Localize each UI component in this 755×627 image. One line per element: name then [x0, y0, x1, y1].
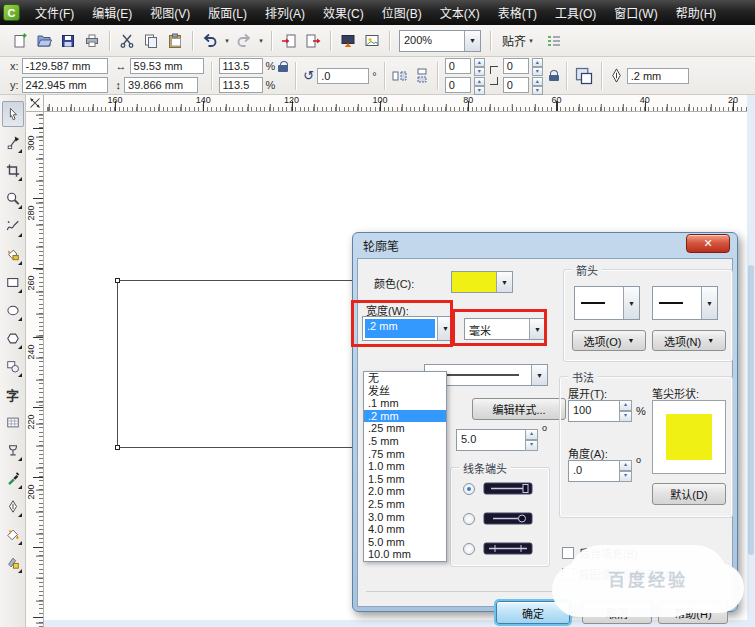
outline-width-combo[interactable]: .2 mm ▼: [362, 316, 454, 341]
miter-spinner[interactable]: ▴▾: [525, 429, 538, 451]
options-n-button[interactable]: 选项(N)▼: [652, 330, 726, 351]
ok-button[interactable]: 确定: [496, 601, 570, 624]
object-height-field[interactable]: 39.866 mm: [124, 77, 198, 93]
scale-lock-icon[interactable]: [278, 61, 288, 72]
default-button[interactable]: 默认(D): [652, 483, 726, 505]
save-button[interactable]: [56, 29, 80, 53]
copy-button[interactable]: [139, 29, 163, 53]
corner-3-spinner[interactable]: ▴▾: [474, 77, 485, 93]
cap-butt-radio[interactable]: [463, 483, 475, 495]
unit-dropdown-arrow-icon[interactable]: ▼: [529, 319, 545, 339]
start-arrowhead-combo[interactable]: ▼: [574, 286, 640, 320]
object-width-field[interactable]: 59.53 mm: [130, 58, 204, 74]
end-arrow-dropdown-icon[interactable]: ▼: [701, 287, 717, 319]
tool-basic-shapes[interactable]: [2, 353, 24, 379]
dropdown-caret-icon[interactable]: ▾: [222, 37, 232, 45]
tool-zoom[interactable]: [2, 185, 24, 211]
menu-item[interactable]: 工具(O): [546, 0, 605, 25]
menu-item[interactable]: 文本(X): [431, 0, 489, 25]
corner-2-field[interactable]: 0: [503, 58, 529, 74]
outline-width-field[interactable]: .2 mm: [627, 68, 689, 84]
vertical-scrollbar[interactable]: [747, 95, 755, 627]
menu-item[interactable]: 视图(V): [141, 0, 199, 25]
undo-button[interactable]: [198, 29, 222, 53]
redo-button[interactable]: [232, 29, 256, 53]
vertical-ruler[interactable]: 300280260240220200: [26, 112, 44, 627]
scale-v-field[interactable]: 113.5: [219, 77, 263, 93]
dialog-title[interactable]: 轮廓笔: [357, 233, 733, 258]
width-option[interactable]: 无: [364, 372, 446, 385]
import-button[interactable]: [277, 29, 301, 53]
snap-caret-icon[interactable]: ▾: [526, 37, 536, 45]
tool-table[interactable]: [2, 409, 24, 435]
end-arrowhead-combo[interactable]: ▼: [652, 286, 718, 320]
corner-4-spinner[interactable]: ▴▾: [532, 77, 543, 93]
menu-item[interactable]: 编辑(E): [83, 0, 141, 25]
width-option[interactable]: 2.0 mm: [364, 485, 446, 498]
width-option[interactable]: 5.0 mm: [364, 536, 446, 549]
zoom-combo-arrow-icon[interactable]: ▼: [464, 31, 480, 51]
wrap-text-icon[interactable]: [574, 66, 594, 86]
tool-fill[interactable]: [2, 521, 24, 547]
width-option[interactable]: 1.5 mm: [364, 473, 446, 486]
node-handle[interactable]: [115, 445, 120, 450]
tool-rectangle[interactable]: [2, 269, 24, 295]
edit-style-button[interactable]: 编辑样式...: [472, 398, 566, 420]
width-option[interactable]: 10.0 mm: [364, 548, 446, 561]
cap-extend-radio[interactable]: [463, 543, 475, 555]
menu-item[interactable]: 帮助(H): [667, 0, 726, 25]
open-button[interactable]: [32, 29, 56, 53]
new-button[interactable]: [8, 29, 32, 53]
zoom-level-combo[interactable]: 200% ▼: [399, 30, 481, 52]
tool-pick[interactable]: [2, 101, 24, 127]
corner-4-field[interactable]: 0: [503, 77, 529, 93]
behind-fill-checkbox[interactable]: [562, 547, 574, 559]
cut-button[interactable]: [115, 29, 139, 53]
miter-limit-value[interactable]: 5.0: [456, 429, 525, 451]
width-option[interactable]: 发丝: [364, 385, 446, 398]
menu-item[interactable]: 文件(F): [26, 0, 83, 25]
width-option[interactable]: .25 mm: [364, 422, 446, 435]
width-option[interactable]: .75 mm: [364, 448, 446, 461]
start-arrow-dropdown-icon[interactable]: ▼: [623, 287, 639, 319]
ruler-origin-icon[interactable]: [26, 95, 44, 112]
stretch-value[interactable]: 100: [568, 400, 619, 422]
cap-round-radio[interactable]: [463, 513, 475, 525]
cap-butt-icon[interactable]: [483, 482, 533, 495]
snap-to-button[interactable]: 贴齐 ▾: [496, 29, 542, 52]
export-button[interactable]: [301, 29, 325, 53]
tool-effects[interactable]: [2, 437, 24, 463]
width-option[interactable]: .1 mm: [364, 397, 446, 410]
scrollbar-thumb[interactable]: [748, 265, 754, 555]
app-launcher-button[interactable]: [336, 29, 360, 53]
tool-smart-fill[interactable]: [2, 241, 24, 267]
nib-shape-preview[interactable]: [652, 400, 726, 474]
mirror-horizontal-icon[interactable]: [392, 68, 408, 84]
width-option[interactable]: 2.5 mm: [364, 498, 446, 511]
close-button[interactable]: ✕: [686, 234, 730, 253]
width-option[interactable]: 4.0 mm: [364, 523, 446, 536]
tool-ellipse[interactable]: [2, 297, 24, 323]
angle-value[interactable]: .0: [568, 460, 619, 482]
tool-outline-pen[interactable]: [2, 493, 24, 519]
tool-polygon[interactable]: [2, 325, 24, 351]
width-option[interactable]: .2 mm: [364, 410, 446, 423]
menu-item[interactable]: 版面(L): [199, 0, 256, 25]
width-option[interactable]: 1.0 mm: [364, 460, 446, 473]
cap-round-icon[interactable]: [483, 512, 533, 525]
tool-crop[interactable]: [2, 157, 24, 183]
paste-button[interactable]: [163, 29, 187, 53]
rotation-angle-field[interactable]: .0: [317, 68, 369, 84]
angle-spinner[interactable]: ▴▾: [619, 460, 632, 482]
scale-h-field[interactable]: 113.5: [219, 58, 263, 74]
style-dropdown-arrow-icon[interactable]: ▼: [531, 365, 547, 385]
stretch-spinner[interactable]: ▴▾: [619, 400, 632, 422]
corner-3-field[interactable]: 0: [445, 77, 471, 93]
menu-item[interactable]: 窗口(W): [605, 0, 666, 25]
options-o-button[interactable]: 选项(O)▼: [572, 330, 646, 351]
y-position-field[interactable]: 242.945 mm: [22, 77, 108, 93]
corner-1-spinner[interactable]: ▴▾: [474, 58, 485, 74]
color-dropdown-arrow-icon[interactable]: ▼: [496, 272, 512, 292]
cap-extend-icon[interactable]: [483, 542, 533, 555]
preview-button[interactable]: [360, 29, 384, 53]
